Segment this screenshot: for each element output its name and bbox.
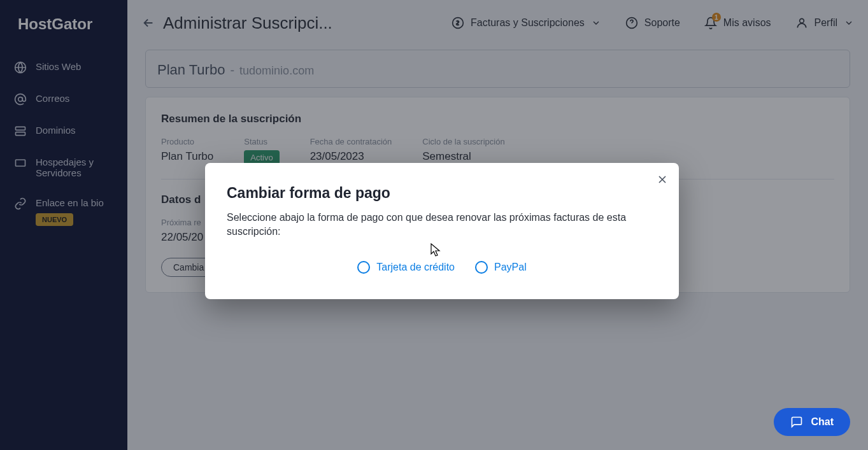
change-payment-modal: Cambiar forma de pago Seleccione abajo l… (205, 163, 679, 299)
chat-label: Chat (811, 416, 834, 428)
chat-button[interactable]: Chat (774, 408, 850, 436)
close-button[interactable] (656, 173, 669, 186)
payment-options: Tarjeta de crédito PayPal (227, 261, 657, 274)
radio-label: Tarjeta de crédito (376, 262, 455, 273)
close-icon (656, 173, 669, 186)
radio-credit-card[interactable]: Tarjeta de crédito (357, 261, 455, 274)
chat-icon (790, 416, 803, 428)
radio-icon (475, 261, 488, 274)
modal-description: Seleccione abajo la forma de pago con qu… (227, 211, 657, 239)
radio-icon (357, 261, 370, 274)
radio-paypal[interactable]: PayPal (475, 261, 527, 274)
modal-title: Cambiar forma de pago (227, 185, 657, 202)
radio-label: PayPal (494, 262, 527, 273)
